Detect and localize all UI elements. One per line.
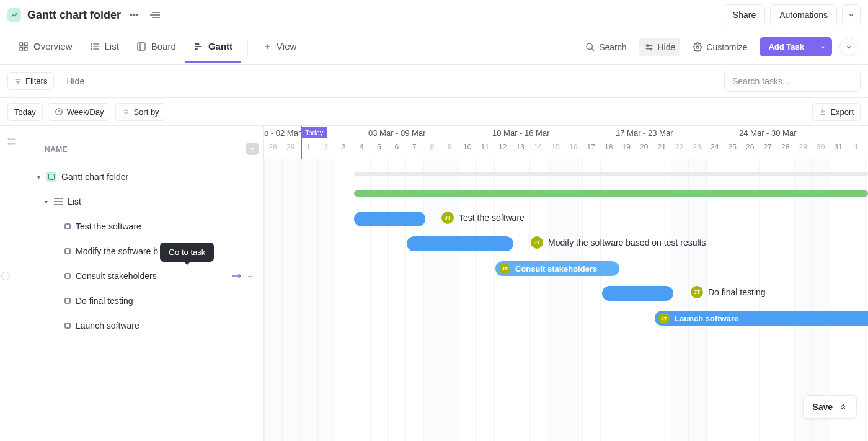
day-cell: 3 [335, 143, 353, 159]
filter-bar: Filters Hide [0, 65, 868, 98]
task-row[interactable]: Modify the software b [0, 239, 264, 264]
collapse-icon[interactable]: ▾ [45, 198, 48, 205]
week-label: 10 Mar - 16 Mar [492, 128, 549, 138]
gantt-bar[interactable]: JT Consult stakeholders [495, 261, 619, 276]
customize-tool[interactable]: Customize [688, 38, 752, 56]
tree-folder-row[interactable]: ▾ Gantt chart folder [0, 164, 264, 189]
svg-point-10 [91, 43, 92, 44]
week-label: o - 02 Mar [264, 128, 301, 138]
views-tools: Search Hide Customize Add Task [580, 37, 858, 56]
gantt-bar-label: JT Do final testing [691, 286, 766, 298]
task-list-sidebar: NAME + ▾ Gantt chart folder ▾ List Test … [0, 126, 264, 441]
task-label: Consult stakeholders [76, 271, 157, 281]
select-circle[interactable] [1, 272, 10, 280]
page-title: Gantt chart folder [27, 9, 121, 22]
day-cell: 5 [370, 143, 388, 159]
gantt-bar-label: JT Modify the software based on test res… [531, 236, 706, 249]
export-label: Export [830, 107, 854, 117]
avatar[interactable]: JT [658, 313, 670, 324]
customize-label: Customize [706, 42, 747, 52]
gantt-bar[interactable]: JT Launch software [655, 311, 868, 326]
back-arrow-icon[interactable] [5, 137, 16, 146]
day-cell: 29 [282, 143, 300, 159]
today-button[interactable]: Today [7, 103, 43, 121]
day-cell: 12 [494, 143, 512, 159]
day-labels: 2829123456789101112131415161718192021222… [264, 143, 865, 159]
header-more-button[interactable] [842, 4, 861, 25]
filters-button[interactable]: Filters [7, 72, 54, 90]
tab-board[interactable]: Board [128, 31, 185, 63]
svg-rect-5 [20, 47, 23, 50]
day-cell: 9 [441, 143, 459, 159]
svg-point-26 [696, 46, 699, 48]
day-cell: 23 [688, 143, 706, 159]
scale-button[interactable]: Week/Day [48, 103, 111, 121]
tree-list-row[interactable]: ▾ List [0, 189, 264, 214]
gantt-timeline[interactable]: o - 02 Mar03 Mar - 09 Mar10 Mar - 16 Mar… [264, 126, 868, 441]
more-menu-icon[interactable]: ••• [127, 7, 141, 22]
day-cell: 29 [794, 143, 812, 159]
avatar[interactable]: JT [531, 236, 543, 249]
tab-list-label: List [105, 41, 119, 51]
avatar[interactable]: JT [441, 212, 454, 224]
status-icon [64, 298, 71, 304]
save-button[interactable]: Save [803, 395, 857, 419]
hide-tool[interactable]: Hide [639, 38, 681, 56]
day-cell: 4 [353, 143, 371, 159]
gantt-bar[interactable] [407, 236, 513, 251]
folder-icon [46, 172, 56, 182]
day-cell: 30 [812, 143, 830, 159]
tab-overview-label: Overview [33, 41, 73, 51]
svg-point-25 [650, 48, 652, 50]
sort-button[interactable]: Sort by [115, 103, 166, 121]
gantt-bar[interactable] [354, 212, 425, 226]
share-button[interactable]: Share [724, 4, 765, 25]
avatar[interactable]: JT [691, 286, 703, 298]
avatar[interactable]: JT [499, 263, 510, 274]
sidebar-header: NAME + [0, 126, 264, 159]
day-cell: 17 [582, 143, 600, 159]
tab-list[interactable]: List [81, 31, 128, 63]
today-badge: Today [301, 127, 327, 138]
search-tool[interactable]: Search [580, 38, 631, 56]
day-cell: 2 [317, 143, 335, 159]
list-label: List [68, 197, 81, 207]
task-label: Test the software [76, 221, 141, 231]
list-icon [54, 198, 63, 205]
expand-panel-button[interactable] [839, 38, 858, 56]
timeline-header: o - 02 Mar03 Mar - 09 Mar10 Mar - 16 Mar… [264, 126, 868, 159]
search-tasks-input[interactable] [724, 71, 861, 92]
tab-overview[interactable]: Overview [10, 31, 81, 63]
hide-label: Hide [658, 42, 676, 52]
day-cell: 21 [653, 143, 671, 159]
add-task-button[interactable]: Add Task [760, 37, 832, 56]
view-divider [247, 40, 248, 55]
collapse-icon[interactable] [148, 8, 162, 22]
task-row[interactable]: Do final testing [0, 288, 264, 313]
day-cell: 7 [405, 143, 423, 159]
add-view-button[interactable]: View [254, 31, 305, 63]
bar-text: Do final testing [708, 287, 766, 297]
day-cell: 28 [264, 143, 282, 159]
search-label: Search [599, 42, 626, 52]
export-button[interactable]: Export [812, 103, 861, 121]
views-tabs: Overview List Board Gantt View [10, 31, 305, 63]
day-cell: 19 [618, 143, 636, 159]
add-task-chevron-icon[interactable] [813, 39, 832, 55]
task-row[interactable]: Consult stakeholders + [0, 264, 264, 288]
automations-button[interactable]: Automations [770, 4, 837, 25]
gantt-bar[interactable] [602, 286, 673, 301]
add-task-label[interactable]: Add Task [760, 37, 813, 56]
task-row[interactable]: Test the software [0, 214, 264, 239]
goto-task-icon[interactable] [231, 272, 242, 280]
row-actions: + [231, 271, 257, 281]
task-row[interactable]: Launch software [0, 313, 264, 338]
scroll-track[interactable] [354, 172, 868, 176]
tab-gantt[interactable]: Gantt [185, 31, 241, 63]
collapse-icon[interactable]: ▾ [37, 174, 40, 180]
add-column-button[interactable]: + [246, 143, 259, 155]
summary-bar[interactable] [354, 190, 868, 197]
add-subtask-icon[interactable]: + [247, 271, 257, 281]
hide-filters-button[interactable]: Hide [60, 76, 91, 86]
week-label: 17 Mar - 23 Mar [616, 128, 673, 138]
